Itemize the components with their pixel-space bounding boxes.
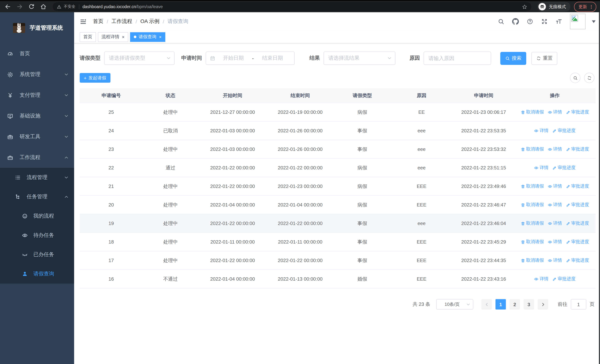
chevron-down-icon	[387, 56, 392, 60]
tab-leave-query[interactable]: 请假查询×	[130, 32, 165, 42]
action-approval-progress[interactable]: 审批进度	[566, 239, 589, 245]
action-approval-progress[interactable]: 审批进度	[566, 146, 589, 152]
help-icon[interactable]	[527, 18, 533, 25]
refresh-table-button[interactable]	[584, 73, 594, 83]
page-button-2[interactable]: 2	[510, 299, 520, 309]
action-cancel-leave[interactable]: 取消请假	[521, 220, 544, 226]
sidebar-item-done-tasks[interactable]: 已办任务	[0, 245, 74, 264]
browser-forward-icon[interactable]	[16, 3, 23, 10]
url-host: dashboard.yudao.iocoder.cn	[83, 4, 136, 9]
action-detail[interactable]: 详情	[548, 257, 562, 263]
search-icon[interactable]	[498, 18, 504, 25]
sidebar-item-my-process[interactable]: 我的流程	[0, 206, 74, 226]
action-detail[interactable]: 详情	[548, 202, 562, 208]
breadcrumb-item[interactable]: 首页	[93, 18, 103, 25]
browser-home-icon[interactable]	[40, 3, 47, 10]
leave-type-placeholder: 请选择请假类型	[109, 55, 145, 62]
action-detail[interactable]: 详情	[548, 183, 562, 189]
leave-type-select[interactable]: 请选择请假类型	[104, 52, 175, 65]
sidebar-item-label: 任务管理	[27, 194, 47, 200]
page-button-3[interactable]: 3	[524, 299, 534, 309]
sidebar-item-payment-mgmt[interactable]: 支付管理	[0, 85, 74, 106]
action-approval-progress[interactable]: 审批进度	[552, 276, 576, 282]
pagination-total: 共 23 条	[413, 301, 430, 308]
breadcrumb-item[interactable]: 工作流程	[112, 18, 132, 25]
toggle-search-button[interactable]	[570, 73, 580, 83]
github-icon[interactable]	[512, 18, 519, 25]
table-row: 17处理中2022-01-22 00:00:002022-01-22 00:00…	[80, 251, 596, 270]
page-size-select[interactable]: 10条/页	[436, 299, 473, 309]
action-approval-progress[interactable]: 审批进度	[566, 202, 589, 208]
cell-status: 处理中	[143, 201, 198, 208]
chevron-up-icon	[64, 195, 69, 199]
tab-close-icon[interactable]: ×	[159, 35, 162, 39]
breadcrumb-item[interactable]: OA 示例	[141, 18, 159, 25]
action-approval-progress[interactable]: 审批进度	[552, 128, 576, 134]
result-select[interactable]: 请选择流结果	[324, 52, 395, 65]
browser-back-icon[interactable]	[4, 3, 11, 10]
action-detail[interactable]: 详情	[548, 146, 562, 152]
sidebar-item-leave-query[interactable]: 请假查询	[0, 264, 74, 284]
sidebar-item-home[interactable]: 首页	[0, 43, 74, 64]
avatar[interactable]	[570, 14, 586, 29]
update-button[interactable]: 更新	[574, 2, 596, 12]
reason-input[interactable]	[424, 52, 491, 65]
cell-end: 2022-01-22 00:00:00	[267, 221, 334, 226]
sidebar-collapse-icon[interactable]	[80, 18, 87, 25]
action-approval-progress[interactable]: 审批进度	[566, 220, 589, 226]
font-size-icon[interactable]	[555, 18, 562, 25]
apply-time-range-picker[interactable]: 开始日期 - 结束日期	[206, 52, 295, 65]
browser-reload-icon[interactable]	[28, 3, 35, 10]
action-detail[interactable]: 详情	[548, 109, 562, 115]
action-approval-progress[interactable]: 审批进度	[566, 109, 589, 115]
sidebar-item-dev-tools[interactable]: 研发工具	[0, 126, 74, 147]
tab-process-detail[interactable]: 流程详情×	[98, 32, 128, 42]
next-page-button[interactable]	[538, 299, 548, 309]
main-area: 首页/工作流程/OA 示例/请假查询 首页流程详情×请假查询×	[74, 12, 600, 364]
action-cancel-leave[interactable]: 取消请假	[521, 109, 544, 115]
cell-apply: 2022-01-22 23:53:32	[452, 146, 515, 152]
action-cancel-leave[interactable]: 取消请假	[521, 146, 544, 152]
action-detail[interactable]: 详情	[548, 239, 562, 245]
action-cancel-leave[interactable]: 取消请假	[521, 257, 544, 263]
avatar-caret-down-icon[interactable]	[592, 20, 596, 25]
sidebar-item-system-mgmt[interactable]: 系统管理	[0, 64, 74, 85]
cell-end: 2022-01-23 00:00:00	[267, 184, 334, 189]
sidebar-item-workflow[interactable]: 工作流程	[0, 147, 74, 168]
sidebar-item-infrastructure[interactable]: 基础设施	[0, 106, 74, 126]
cell-status: 不通过	[143, 276, 198, 282]
cell-id: 20	[80, 202, 143, 208]
create-leave-button[interactable]: + 发起请假	[80, 73, 110, 83]
action-detail[interactable]: 详情	[548, 220, 562, 226]
action-detail[interactable]: 详情	[534, 165, 548, 171]
action-approval-progress[interactable]: 审批进度	[552, 165, 576, 171]
bookmark-star-icon[interactable]	[522, 4, 527, 9]
address-bar[interactable]: 不安全 dashboard.yudao.iocoder.cn /bpm/oa/l…	[53, 2, 531, 11]
page-button-1[interactable]: 1	[496, 299, 506, 309]
action-detail[interactable]: 详情	[534, 128, 548, 134]
search-button[interactable]: 搜索	[500, 52, 526, 65]
action-cancel-leave[interactable]: 取消请假	[521, 202, 544, 208]
action-cancel-leave[interactable]: 取消请假	[521, 239, 544, 245]
reset-button[interactable]: 重置	[531, 52, 557, 65]
tab-home[interactable]: 首页	[80, 32, 96, 42]
action-label: 取消请假	[526, 202, 544, 208]
sidebar-item-label: 系统管理	[20, 71, 40, 78]
action-cancel-leave[interactable]: 取消请假	[521, 183, 544, 189]
action-approval-progress[interactable]: 审批进度	[566, 257, 589, 263]
cell-reason: EEE	[391, 184, 452, 189]
fullscreen-icon[interactable]	[541, 18, 548, 25]
tab-close-icon[interactable]: ×	[122, 35, 124, 39]
app-logo[interactable]: 芋道管理系统	[0, 12, 74, 43]
trash-icon	[521, 110, 525, 114]
browser-scrollbar[interactable]	[599, 12, 600, 364]
sidebar-item-todo-tasks[interactable]: 待办任务	[0, 226, 74, 245]
goto-page-input[interactable]	[571, 299, 586, 309]
sidebar-item-task-mgmt[interactable]: 任务管理	[0, 187, 74, 206]
sidebar-item-process-mgmt[interactable]: 流程管理	[0, 168, 74, 187]
browser-menu-dots-icon[interactable]	[589, 4, 594, 9]
cell-id: 23	[80, 146, 143, 152]
action-approval-progress[interactable]: 审批进度	[566, 183, 589, 189]
action-detail[interactable]: 详情	[534, 276, 548, 282]
prev-page-button[interactable]	[481, 299, 492, 309]
